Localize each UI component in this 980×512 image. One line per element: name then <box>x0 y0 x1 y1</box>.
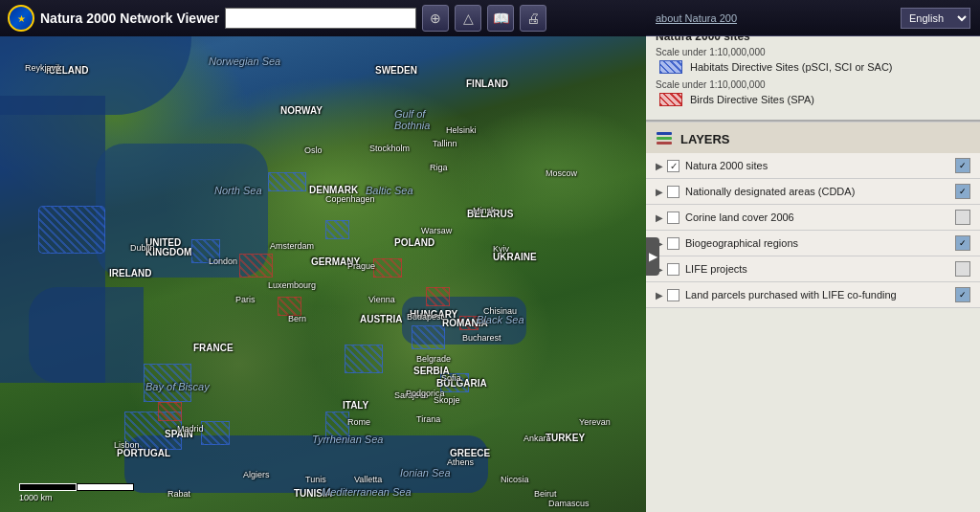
layer-checkbox-2[interactable] <box>667 211 679 224</box>
layer-toggle-2[interactable] <box>955 210 970 225</box>
zoom-tool-button[interactable]: ⊕ <box>422 5 449 32</box>
layer-checkbox-5[interactable] <box>667 289 679 301</box>
layer-expand-arrow-5[interactable]: ▶ <box>656 290 663 301</box>
print-tool-button[interactable]: 🖨 <box>520 5 546 32</box>
layer-name-1: Nationally designated areas (CDDA) <box>685 186 955 197</box>
map-container[interactable]: ICELAND NORWAY SWEDEN FINLAND UNITED KIN… <box>0 0 646 512</box>
birds-site-poland <box>373 258 402 278</box>
layers-title: LAYERS <box>680 132 730 146</box>
ocean-bay-biscay <box>29 287 144 383</box>
layer-name-5: Land parcels purchased with LIFE co-fund… <box>685 289 955 301</box>
app: ICELAND NORWAY SWEDEN FINLAND UNITED KIN… <box>0 0 980 512</box>
info-tool-button[interactable]: 📖 <box>487 5 514 32</box>
legend-scale-2: Scale under 1:10,000,000 <box>656 79 970 90</box>
birds-site-germany <box>239 254 273 278</box>
layer-row-5[interactable]: ▶Land parcels purchased with LIFE co-fun… <box>646 282 980 308</box>
birds-label: Birds Directive Sites (SPA) <box>690 94 814 105</box>
print-icon: 🖨 <box>526 11 540 26</box>
legend-scale-1: Scale under 1:10,000,000 <box>656 47 970 57</box>
birds-swatch <box>659 93 682 106</box>
measure-tool-button[interactable]: △ <box>455 5 481 32</box>
language-selector[interactable]: English Français Deutsch Español Italian… <box>901 8 970 29</box>
layer-row-2[interactable]: ▶Corine land cover 2006 <box>646 205 980 231</box>
layer-name-0: Natura 2000 sites <box>685 160 955 171</box>
layer-toggle-5[interactable]: ✓ <box>955 287 970 302</box>
crosshair-icon: ⊕ <box>430 11 441 26</box>
layer-name-3: Biogeographical regions <box>685 237 955 249</box>
svg-rect-2 <box>657 142 672 145</box>
layer-name-4: LIFE projects <box>685 263 955 275</box>
layers-icon <box>656 130 673 147</box>
natura-site-austria <box>345 345 383 373</box>
layer-toggle-4[interactable] <box>955 261 970 277</box>
top-bar: ★ Natura 2000 Network Viewer ⊕ △ 📖 🖨 <box>0 0 646 36</box>
scale-text: 1000 km <box>19 493 53 502</box>
about-link[interactable]: about Natura 200 <box>656 12 737 24</box>
natura-site-benelux <box>191 239 220 263</box>
layer-row-3[interactable]: ▶Biogeographical regions✓ <box>646 231 980 256</box>
birds-site-france-sw <box>158 402 182 421</box>
layer-checkbox-3[interactable] <box>667 237 679 250</box>
natura-site-germany-n <box>325 220 349 239</box>
habitats-label: Habitats Directive Sites (pSCI, SCI or S… <box>690 61 893 73</box>
natura-site-spain-e <box>201 421 230 445</box>
panel-collapse-arrow[interactable]: ▶ <box>646 237 659 276</box>
layer-row-4[interactable]: ▶LIFE projects <box>646 256 980 282</box>
layer-row-0[interactable]: ▶Natura 2000 sites✓ <box>646 153 980 179</box>
natura-site-uk-west <box>38 206 105 254</box>
app-title: Natura 2000 Network Viewer <box>40 11 219 26</box>
natura-site-hungary <box>412 325 445 349</box>
layer-expand-arrow-0[interactable]: ▶ <box>656 161 663 171</box>
layer-checkbox-0[interactable] <box>667 160 679 172</box>
layers-section: LAYERS ▶Natura 2000 sites✓▶Nationally de… <box>646 122 980 512</box>
habitats-swatch <box>659 60 682 74</box>
book-icon: 📖 <box>493 11 509 26</box>
natura-site-denmark <box>268 172 306 191</box>
layer-name-2: Corine land cover 2006 <box>685 211 955 223</box>
svg-rect-1 <box>657 137 672 140</box>
legend-item-birds: Birds Directive Sites (SPA) <box>656 93 970 106</box>
natura-site-italy-s <box>325 412 349 440</box>
app-logo: ★ <box>8 5 34 32</box>
svg-rect-0 <box>657 132 672 135</box>
layer-row-1[interactable]: ▶Nationally designated areas (CDDA)✓ <box>646 179 980 205</box>
layer-expand-arrow-1[interactable]: ▶ <box>656 187 663 197</box>
birds-site-romania <box>459 316 479 330</box>
scale-seg-1 <box>19 483 77 491</box>
scale-seg-2 <box>77 483 134 491</box>
natura-site-france-w <box>144 364 191 402</box>
layer-toggle-1[interactable]: ✓ <box>955 184 970 199</box>
scale-bar: 1000 km <box>19 483 134 502</box>
layer-checkbox-1[interactable] <box>667 186 679 198</box>
birds-site-ukraine <box>426 287 450 306</box>
layer-checkbox-4[interactable] <box>667 263 679 276</box>
search-input[interactable] <box>225 8 416 29</box>
layers-header: LAYERS <box>646 122 980 153</box>
layer-expand-arrow-2[interactable]: ▶ <box>656 212 663 223</box>
birds-site-france-ne <box>278 297 301 316</box>
layer-toggle-3[interactable]: ✓ <box>955 235 970 251</box>
triangle-icon: △ <box>463 11 474 26</box>
chevron-right-icon: ▶ <box>649 250 657 263</box>
layers-list: ▶Natura 2000 sites✓▶Nationally designate… <box>646 153 980 308</box>
right-panel: about Natura 200 English Français Deutsc… <box>646 0 980 512</box>
legend-item-habitats: Habitats Directive Sites (pSCI, SCI or S… <box>656 60 970 74</box>
layer-toggle-0[interactable]: ✓ <box>955 158 970 173</box>
about-bar: about Natura 200 English Français Deutsc… <box>646 0 980 36</box>
natura-site-bulgaria <box>440 373 469 392</box>
